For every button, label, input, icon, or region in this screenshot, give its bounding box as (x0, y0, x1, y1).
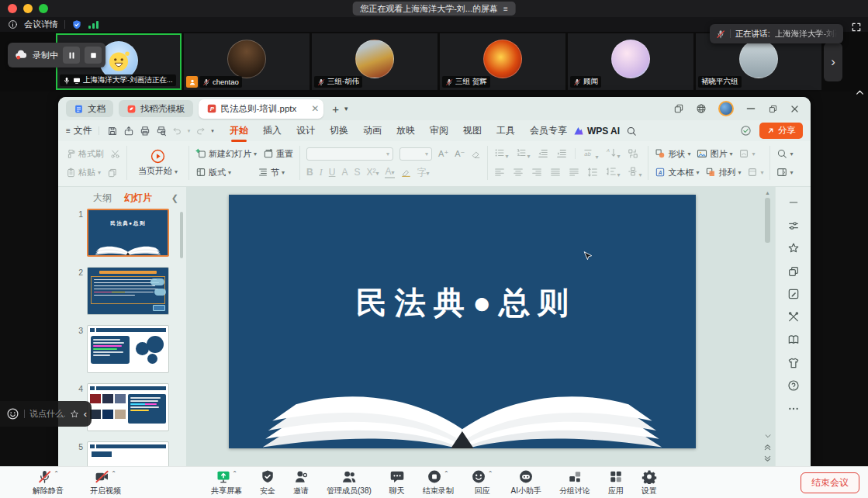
toolbar-mic-off-button[interactable]: ⌃解除静音 (33, 469, 64, 496)
reset-button[interactable]: 重置 (263, 148, 293, 160)
text-effects-button[interactable]: 字▾ (417, 166, 430, 179)
end-meeting-button[interactable]: 结束会议 (801, 472, 859, 493)
menu-item-9[interactable]: 工具 (496, 124, 515, 137)
highlight-button[interactable] (401, 168, 411, 178)
clear-format-icon[interactable] (471, 149, 481, 159)
redo-chevron-icon[interactable]: ▾ (211, 128, 214, 134)
redo-icon[interactable] (195, 126, 206, 136)
tab-outline[interactable]: 大纲 (93, 192, 112, 205)
shapes-button[interactable]: 形状▾ (655, 148, 690, 160)
tab-documents[interactable]: 文档 (66, 100, 113, 117)
copy-button[interactable] (107, 168, 117, 178)
bold-button[interactable]: B (306, 167, 313, 178)
collapse-strip-chevron[interactable] (855, 87, 865, 101)
undo-icon[interactable] (172, 126, 182, 136)
sync-status-icon[interactable] (740, 125, 752, 137)
section-button[interactable]: 节▾ (258, 167, 285, 178)
font-color-button[interactable]: A▾ (385, 166, 394, 178)
slide-thumbnail-2[interactable] (87, 267, 169, 315)
toolbar-settings-button[interactable]: 设置 (641, 469, 657, 496)
menu-item-8[interactable]: 视图 (463, 124, 482, 137)
canvas-scrollbar[interactable]: ▲ (765, 190, 770, 435)
superscript-button[interactable]: X²▾ (366, 167, 379, 178)
font-family-select[interactable]: ▾ (306, 147, 393, 161)
row-spacing-button[interactable]: ▾ (606, 166, 620, 178)
close-window-button[interactable] (8, 4, 17, 13)
close-icon[interactable] (790, 104, 800, 114)
decrease-font-button[interactable]: A⁻ (455, 149, 465, 159)
material-icon[interactable] (787, 288, 800, 300)
toolbar-cam-off-button[interactable]: ⌃开启视频 (90, 469, 121, 496)
cut-button[interactable] (110, 149, 120, 159)
layout-button[interactable]: 版式▾ (195, 167, 231, 178)
textbox-button[interactable]: A文本框▾ (655, 167, 699, 178)
line-spacing-button[interactable] (587, 167, 598, 178)
previous-slide-button[interactable] (763, 443, 772, 451)
toolbar-breakout-button[interactable]: 分组讨论 (559, 469, 590, 496)
toolbar-screen-share-button[interactable]: ⌃共享屏幕 (211, 469, 242, 496)
participant-tile-3[interactable]: 三组 贺辉 (440, 33, 565, 90)
stop-recording-button[interactable] (85, 47, 102, 64)
minimize-window-button[interactable] (23, 4, 33, 13)
menu-item-6[interactable]: 放映 (396, 124, 415, 137)
reference-icon[interactable] (787, 334, 800, 346)
toolbar-reaction-button[interactable]: ⌃回应 (472, 469, 493, 496)
menu-item-7[interactable]: 审阅 (430, 124, 448, 137)
slide-thumbnail-3[interactable] (87, 325, 169, 373)
tab-list-chevron-icon[interactable]: ▾ (344, 105, 348, 112)
slide-thumbnail-5[interactable] (87, 441, 169, 466)
underline-button[interactable]: U (329, 167, 336, 178)
align-center-button[interactable] (513, 167, 524, 178)
align-left-button[interactable] (494, 167, 505, 178)
star-icon[interactable] (70, 410, 79, 419)
chat-placeholder[interactable]: 说点什么... (29, 408, 65, 420)
help-icon[interactable] (787, 379, 800, 392)
toolbar-stop-record-button[interactable]: ⌃结束录制 (423, 469, 454, 496)
color-scheme-button[interactable]: ▾ (738, 148, 755, 159)
menu-item-10[interactable]: 会员专享 (530, 124, 567, 137)
minimize-icon[interactable] (745, 103, 756, 114)
menu-file[interactable]: ≡文件 (66, 124, 92, 137)
wps-ai-button[interactable]: WPS AI (573, 126, 620, 137)
next-slide-button[interactable] (763, 455, 772, 463)
tab-templates[interactable]: 找稻壳模板 (119, 100, 193, 117)
slide-thumbnail-1[interactable]: 民法典●总则 (87, 209, 169, 257)
favorites-icon[interactable] (787, 242, 800, 254)
toolbar-shield-check-button[interactable]: 安全 (260, 469, 275, 496)
numbering-button[interactable]: ▾ (516, 147, 530, 160)
picture-button[interactable]: 图片▾ (697, 148, 732, 160)
bullets-button[interactable]: ▾ (494, 147, 508, 160)
toolbar-chat-bubble-button[interactable]: 聊天 (389, 469, 405, 496)
text-direction-button[interactable]: A▾ (606, 147, 620, 160)
theme-icon[interactable] (787, 357, 800, 369)
increase-font-button[interactable]: A⁺ (438, 149, 448, 159)
slide-thumbnail-4[interactable] (87, 383, 169, 431)
menu-item-4[interactable]: 切换 (330, 124, 348, 137)
globe-icon[interactable] (696, 103, 707, 114)
meeting-security-shield-icon[interactable] (71, 19, 82, 30)
menu-item-3[interactable]: 设计 (296, 124, 315, 137)
multi-window-icon[interactable] (673, 103, 684, 114)
task-window-button[interactable]: ▾ (776, 167, 793, 178)
toolbar-ai-assistant-button[interactable]: AI小助手 (511, 469, 541, 496)
italic-button[interactable]: I (320, 167, 323, 178)
participant-tile-2[interactable]: 三组-胡伟 (312, 33, 437, 90)
convert-smartart-button[interactable] (628, 148, 638, 159)
align-objects-button[interactable]: ▾ (628, 166, 641, 178)
toolbar-members-button[interactable]: 管理成员(38) (327, 469, 372, 496)
participant-tile-1[interactable]: chentao (184, 33, 310, 90)
tab-slides[interactable]: 幻灯片 (124, 192, 152, 205)
align-right-button[interactable] (531, 167, 542, 178)
share-button[interactable]: 分享 (759, 123, 803, 139)
new-tab-button[interactable]: + (332, 102, 339, 116)
zoom-window-button[interactable] (39, 4, 48, 13)
font-size-select[interactable]: ▾ (399, 147, 432, 161)
chat-quick-input[interactable]: 说点什么... ‹ (0, 401, 92, 427)
collapse-panel-chevron-icon[interactable]: ❮ (171, 193, 178, 203)
decrease-indent-button[interactable] (538, 148, 548, 159)
user-avatar[interactable] (718, 101, 734, 116)
more-icon[interactable] (787, 403, 800, 415)
toolbar-apps-button[interactable]: 应用 (608, 469, 624, 496)
char-spacing-button[interactable]: ab▾ (583, 147, 598, 161)
new-slide-button[interactable]: 新建幻灯片▾ (195, 148, 257, 160)
